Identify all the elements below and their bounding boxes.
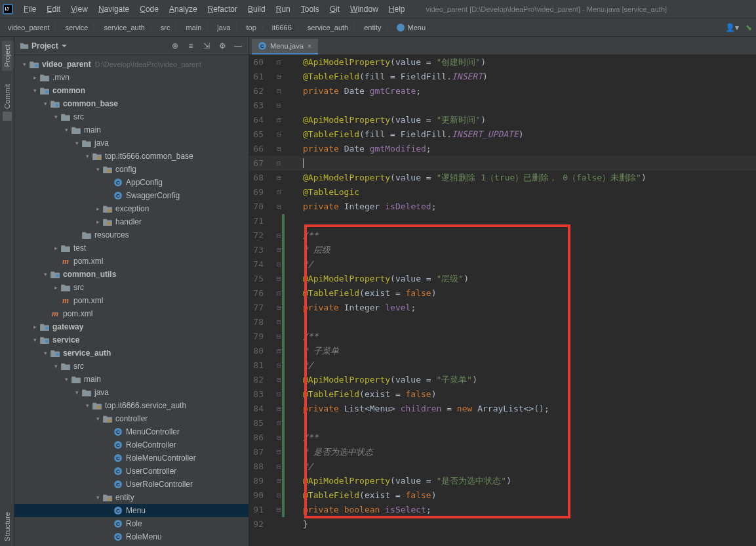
tree-controller[interactable]: ▾controller [14, 412, 249, 425]
code-line[interactable]: 71 [249, 214, 756, 228]
code-line[interactable]: 69⊟ @TableLogic [249, 185, 756, 200]
code-line[interactable]: 92 } [249, 517, 756, 532]
tree-arrow[interactable]: ▾ [41, 100, 50, 107]
tree-arrow[interactable]: ▸ [51, 245, 60, 251]
code-line[interactable]: 66⊟ private Date gmtModified; [249, 142, 756, 156]
tree-main[interactable]: ▾main [14, 123, 249, 136]
collapse-all-icon[interactable]: ⇲ [201, 41, 212, 51]
crumb-java[interactable]: java [213, 24, 234, 32]
menu-edit[interactable]: Edit [41, 2, 66, 16]
tree-java[interactable]: ▾java [14, 386, 249, 399]
build-icon[interactable]: ⬊ [746, 23, 752, 32]
code-line[interactable]: 61⊟ @TableField(fill = FieldFill.INSERT) [249, 70, 756, 84]
tree-UserController[interactable]: CUserController [14, 465, 249, 478]
tree-arrow[interactable]: ▾ [51, 114, 60, 120]
code-line[interactable]: 80⊟ * 子菜单 [249, 344, 756, 358]
code-line[interactable]: 76⊟ @TableField(exist = false) [249, 286, 756, 301]
tree-arrow[interactable]: ▸ [30, 324, 39, 330]
code-line[interactable]: 84⊟ private List<Menu> children = new Ar… [249, 402, 756, 416]
tree-.mvn[interactable]: ▸.mvn [14, 71, 249, 84]
menu-file[interactable]: File [18, 2, 41, 16]
crumb-service[interactable]: service [62, 24, 92, 32]
menu-view[interactable]: View [66, 2, 93, 16]
crumb-main[interactable]: main [182, 24, 206, 32]
code-line[interactable]: 62⊟ private Date gmtCreate; [249, 84, 756, 98]
tree-arrow[interactable]: ▾ [62, 127, 71, 133]
code-line[interactable]: 77⊟ private Integer level; [249, 301, 756, 315]
code-line[interactable]: 72⊟ /** [249, 228, 756, 243]
tree-RoleMenu[interactable]: CRoleMenu [14, 530, 249, 543]
tree-AppConfig[interactable]: CAppConfig [14, 176, 249, 189]
code-line[interactable]: 70⊟ private Integer isDeleted; [249, 200, 756, 214]
tree-arrow[interactable]: ▾ [93, 166, 102, 173]
user-icon[interactable]: 👤▾ [725, 23, 739, 32]
menu-tools[interactable]: Tools [296, 2, 325, 16]
code-line[interactable]: 65⊟ @TableField(fill = FieldFill.INSERT_… [249, 127, 756, 142]
tree-test[interactable]: ▸test [14, 242, 249, 255]
view-dropdown[interactable] [61, 43, 68, 49]
crumb-video_parent[interactable]: video_parent [4, 24, 54, 32]
menu-help[interactable]: Help [384, 2, 410, 16]
crumb-service_auth[interactable]: service_auth [100, 24, 148, 32]
tree-pom.xml[interactable]: mpom.xml [14, 307, 249, 320]
tree-Role[interactable]: CRole [14, 517, 249, 530]
tree-arrow[interactable]: ▾ [30, 337, 39, 343]
tree-arrow[interactable]: ▾ [51, 363, 60, 369]
crumb-src[interactable]: src [157, 24, 174, 32]
tree-arrow[interactable]: ▾ [41, 350, 50, 356]
tree-resources[interactable]: resources [14, 228, 249, 242]
tree-arrow[interactable]: ▾ [72, 140, 81, 146]
code-line[interactable]: 81⊟ */ [249, 358, 756, 373]
tree-arrow[interactable]: ▸ [51, 284, 60, 291]
rail-tab-structure[interactable]: Structure [3, 512, 11, 541]
code-line[interactable]: 82⊟ @ApiModelProperty(value = "子菜单") [249, 373, 756, 387]
tree-gateway[interactable]: ▸gateway [14, 320, 249, 333]
expand-all-icon[interactable]: ≡ [186, 41, 196, 51]
tree-arrow[interactable]: ▸ [30, 74, 39, 81]
tree-arrow[interactable]: ▾ [93, 415, 102, 422]
tree-src[interactable]: ▾src [14, 360, 249, 373]
rail-tab-project[interactable]: Project [2, 41, 12, 71]
project-tree[interactable]: ▾video_parentD:\Develop\IdeaPro\video_pa… [14, 55, 249, 546]
tree-entity[interactable]: ▾entity [14, 491, 249, 504]
crumb-Menu[interactable]: Menu [393, 24, 429, 32]
tree-common[interactable]: ▾common [14, 84, 249, 97]
code-line[interactable]: 79⊟ /** [249, 329, 756, 344]
code-line[interactable]: 73⊟ * 层级 [249, 243, 756, 257]
tree-SwaggerConfig[interactable]: CSwaggerConfig [14, 189, 249, 202]
tree-arrow[interactable]: ▾ [83, 153, 92, 159]
close-icon[interactable]: × [308, 42, 311, 50]
code-line[interactable]: 68⊟ @ApiModelProperty(value = "逻辑删除 1（tr… [249, 171, 756, 185]
tree-src[interactable]: ▾src [14, 110, 249, 123]
tree-top.it6666.service_auth[interactable]: ▾top.it6666.service_auth [14, 399, 249, 412]
menu-analyze[interactable]: Analyze [164, 2, 203, 16]
code-line[interactable]: 86⊟ /** [249, 430, 756, 445]
tree-arrow[interactable]: ▾ [72, 389, 81, 396]
code-line[interactable]: 85⊟ [249, 416, 756, 430]
tree-java[interactable]: ▾java [14, 136, 249, 150]
tree-MenuController[interactable]: CMenuController [14, 425, 249, 438]
code-line[interactable]: 74⊟ */ [249, 257, 756, 272]
tree-service[interactable]: ▾service [14, 333, 249, 346]
settings-icon[interactable]: ⚙ [217, 41, 228, 51]
crumb-top[interactable]: top [243, 24, 260, 32]
tree-video_parent[interactable]: ▾video_parentD:\Develop\IdeaPro\video_pa… [14, 58, 249, 71]
menu-run[interactable]: Run [271, 2, 296, 16]
menu-refactor[interactable]: Refactor [203, 2, 243, 16]
tree-common_utils[interactable]: ▾common_utils [14, 268, 249, 281]
rail-tab-commit[interactable]: Commit [3, 84, 12, 121]
code-line[interactable]: 67⊟ [249, 156, 756, 171]
hide-icon[interactable]: — [233, 41, 243, 51]
tree-service_auth[interactable]: ▾service_auth [14, 346, 249, 360]
code-line[interactable]: 90⊟ @TableField(exist = false) [249, 488, 756, 503]
tree-arrow[interactable]: ▾ [41, 271, 50, 278]
menu-code[interactable]: Code [134, 2, 164, 16]
code-line[interactable]: 83⊟ @TableField(exist = false) [249, 387, 756, 402]
crumb-it6666[interactable]: it6666 [268, 24, 296, 32]
menu-window[interactable]: Window [345, 2, 384, 16]
tree-arrow[interactable]: ▾ [93, 494, 102, 501]
tree-Menu[interactable]: CMenu [14, 504, 249, 517]
tree-arrow[interactable]: ▸ [93, 205, 102, 212]
code-line[interactable]: 91⊟ private boolean isSelect; [249, 503, 756, 517]
code-line[interactable]: 87⊟ * 是否为选中状态 [249, 445, 756, 459]
